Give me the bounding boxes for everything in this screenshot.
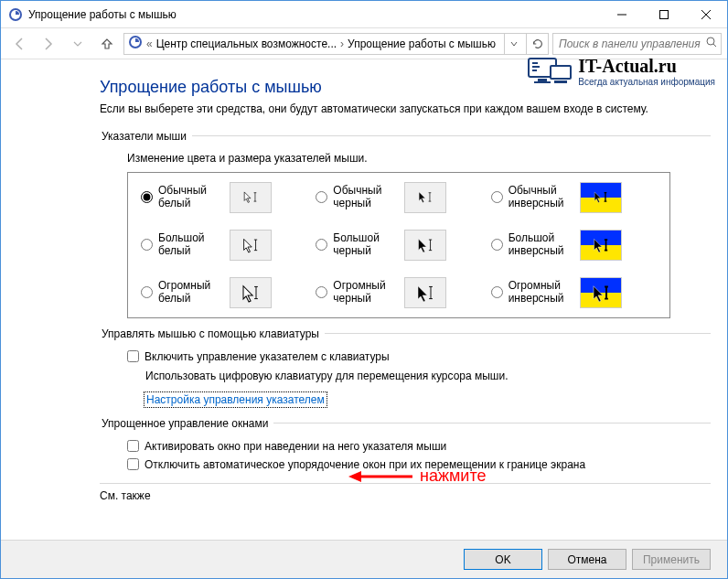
activate-on-hover-row[interactable]: Активировать окно при наведении на него …: [100, 437, 711, 456]
pointers-hint: Изменение цвета и размера указателей мыш…: [127, 152, 711, 165]
pointers-legend: Указатели мыши: [100, 130, 192, 143]
pointer-option-normal-inverse[interactable]: Обычный инверсный: [491, 182, 657, 213]
search-icon: [706, 37, 717, 50]
chevron-prefix-icon: «: [146, 38, 153, 50]
pointer-radio[interactable]: [491, 239, 503, 251]
search-input[interactable]: [557, 37, 702, 51]
window-management-group: Упрощенное управление окнами Активироват…: [100, 417, 711, 474]
content-area: Упрощение работы с мышью Если вы выберет…: [1, 59, 727, 540]
pointer-option-normal-black[interactable]: Обычный черный: [316, 182, 481, 213]
address-icon: [128, 35, 143, 52]
window: Упрощение работы с мышью « Центр специал…: [0, 0, 728, 579]
navbar: « Центр специальных возможносте... › Упр…: [1, 28, 727, 59]
window-title: Упрощение работы с мышью: [28, 8, 601, 21]
address-dropdown-button[interactable]: [504, 34, 522, 54]
minimize-button[interactable]: [601, 1, 643, 28]
activate-on-hover-label: Активировать окно при наведении на него …: [145, 440, 446, 453]
cursor-preview: [230, 277, 272, 308]
cursor-preview: [404, 182, 446, 213]
activate-on-hover-checkbox[interactable]: [127, 440, 139, 452]
ok-button[interactable]: OK: [464, 549, 542, 570]
back-button[interactable]: [6, 31, 32, 57]
see-also-label: См. также: [100, 489, 151, 502]
chevron-right-icon: ›: [340, 38, 344, 50]
keyboard-group: Управлять мышью с помощью клавиатуры Вкл…: [100, 327, 711, 408]
see-also-section: См. также: [100, 483, 711, 502]
page-description: Если вы выберете эти средства, они будут…: [100, 102, 667, 117]
address-bar[interactable]: « Центр специальных возможносте... › Упр…: [123, 33, 549, 55]
pointer-option-large-white[interactable]: Большой белый: [141, 230, 306, 261]
cursor-preview: [404, 230, 446, 261]
refresh-button[interactable]: [526, 34, 548, 54]
cursor-preview: [580, 230, 622, 261]
pointer-option-normal-white[interactable]: Обычный белый: [141, 182, 306, 213]
search-box[interactable]: [552, 33, 722, 55]
titlebar: Упрощение работы с мышью: [1, 1, 727, 28]
pointer-option-huge-white[interactable]: Огромный белый: [141, 277, 306, 308]
pointer-option-huge-black[interactable]: Огромный черный: [316, 277, 481, 308]
apply-button[interactable]: Применить: [632, 549, 711, 570]
svg-line-9: [713, 44, 716, 47]
button-bar: OK Отмена Применить: [1, 540, 727, 578]
enable-mousekeys-checkbox[interactable]: [127, 350, 139, 362]
mousekeys-settings-link[interactable]: Настройка управления указателем: [144, 391, 327, 408]
app-icon: [8, 7, 23, 22]
pointer-option-huge-inverse[interactable]: Огромный инверсный: [491, 277, 657, 308]
page-title: Упрощение работы с мышью: [100, 78, 711, 97]
forward-button[interactable]: [36, 31, 61, 57]
pointer-radio[interactable]: [141, 191, 153, 203]
maximize-button[interactable]: [643, 1, 685, 28]
pointer-radio[interactable]: [316, 239, 327, 251]
cursor-preview: [580, 182, 622, 213]
breadcrumb-2[interactable]: Упрощение работы с мышью: [348, 38, 496, 50]
up-button[interactable]: [94, 31, 120, 57]
pointer-option-large-black[interactable]: Большой черный: [316, 230, 481, 261]
pointer-radio[interactable]: [491, 191, 503, 203]
mousekeys-description: Использовать цифровую клавиатуру для пер…: [100, 370, 711, 382]
disable-snap-checkbox[interactable]: [127, 458, 139, 470]
window-management-legend: Упрощенное управление окнами: [100, 417, 273, 430]
svg-point-8: [707, 38, 714, 45]
svg-rect-3: [660, 10, 669, 18]
cancel-button[interactable]: Отмена: [548, 549, 626, 570]
pointer-radio[interactable]: [316, 191, 327, 203]
disable-snap-label: Отключить автоматическое упорядочение ок…: [145, 458, 585, 471]
pointers-box: Обычный белый Обычный черный Обычный инв…: [127, 172, 670, 318]
cursor-preview: [230, 182, 272, 213]
keyboard-legend: Управлять мышью с помощью клавиатуры: [100, 327, 325, 340]
close-button[interactable]: [685, 1, 727, 28]
recent-button[interactable]: [65, 31, 91, 57]
cursor-preview: [404, 277, 446, 308]
enable-mousekeys-row[interactable]: Включить управление указателем с клавиат…: [100, 348, 711, 366]
pointer-radio[interactable]: [491, 286, 503, 298]
pointer-radio[interactable]: [141, 286, 153, 298]
pointer-radio[interactable]: [316, 286, 327, 298]
enable-mousekeys-label: Включить управление указателем с клавиат…: [145, 350, 390, 363]
breadcrumb-1[interactable]: Центр специальных возможносте...: [156, 38, 337, 50]
pointer-radio[interactable]: [141, 239, 153, 251]
pointer-option-large-inverse[interactable]: Большой инверсный: [491, 230, 657, 261]
cursor-preview: [580, 277, 622, 308]
disable-snap-row[interactable]: Отключить автоматическое упорядочение ок…: [100, 456, 711, 474]
cursor-preview: [230, 230, 272, 261]
pointers-group: Указатели мыши Изменение цвета и размера…: [100, 130, 711, 318]
